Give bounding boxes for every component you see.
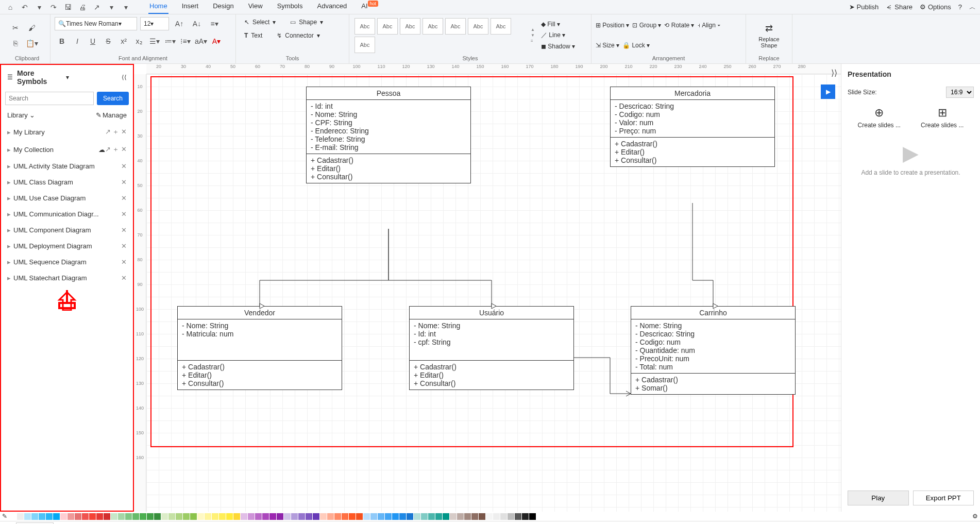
export-icon[interactable]: ↗	[91, 1, 103, 13]
color-palette[interactable]: ✎ ⚙	[0, 512, 980, 521]
color-swatch[interactable]	[320, 513, 327, 520]
font-size-combo[interactable]: 12 ▾	[140, 17, 169, 30]
sidebar-item[interactable]: ▸My Collection ☁↗ ＋ ✕	[1, 141, 133, 158]
sidebar-item[interactable]: ▸UML Statechart Diagram✕	[1, 270, 133, 286]
color-swatch[interactable]	[313, 513, 319, 520]
color-swatch[interactable]	[363, 513, 370, 520]
class-pessoa[interactable]: Pessoa - Id: int- Nome: String- CPF: Str…	[306, 87, 471, 183]
color-swatch[interactable]	[269, 513, 276, 520]
search-input[interactable]	[5, 92, 94, 105]
color-swatch[interactable]	[190, 513, 197, 520]
case-icon[interactable]: aA▾	[194, 34, 208, 48]
style-item[interactable]: Abc	[377, 18, 398, 35]
bullets-icon[interactable]: ≔▾	[163, 34, 177, 48]
color-swatch[interactable]	[479, 513, 485, 520]
group-menu[interactable]: ⊡ Group ▾	[632, 22, 661, 29]
options-button[interactable]: ⚙Options	[920, 3, 951, 11]
numbering-icon[interactable]: ⁝≡▾	[178, 34, 193, 48]
tab-advanced[interactable]: Advanced	[316, 0, 348, 14]
tab-home[interactable]: Home	[148, 0, 168, 14]
publish-button[interactable]: ➤Publish	[849, 3, 879, 11]
color-swatch[interactable]	[248, 513, 255, 520]
strike-icon[interactable]: S	[101, 34, 115, 48]
bold-icon[interactable]: B	[55, 34, 69, 48]
color-swatch[interactable]	[17, 513, 24, 520]
color-swatch[interactable]	[284, 513, 291, 520]
replace-shape-icon[interactable]: ⇄	[765, 23, 773, 34]
style-item[interactable]: Abc	[491, 18, 511, 35]
color-swatch[interactable]	[226, 513, 233, 520]
color-swatch[interactable]	[407, 513, 413, 520]
color-swatch[interactable]	[176, 513, 182, 520]
color-swatch[interactable]	[356, 513, 363, 520]
color-swatch[interactable]	[140, 513, 146, 520]
create-slides-1[interactable]: ⊕Create slides ...	[858, 106, 901, 129]
color-swatch[interactable]	[31, 513, 38, 520]
color-swatch[interactable]	[529, 513, 536, 520]
color-swatch[interactable]	[233, 513, 240, 520]
font-color-icon[interactable]: A▾	[209, 34, 224, 48]
color-swatch[interactable]	[428, 513, 435, 520]
color-swatch[interactable]	[67, 513, 74, 520]
sidebar-item[interactable]: ▸My Library↗ ＋ ✕	[1, 123, 133, 141]
position-menu[interactable]: ⊞ Position ▾	[596, 22, 629, 29]
color-swatch[interactable]	[435, 513, 442, 520]
italic-icon[interactable]: I	[70, 34, 85, 48]
sidebar-item[interactable]: ▸UML Class Diagram✕	[1, 174, 133, 190]
tab-ai[interactable]: AIhot	[360, 0, 379, 14]
subscript-icon[interactable]: x₂	[132, 34, 146, 48]
sidebar-item[interactable]: ▸UML Communication Diagr...✕	[1, 206, 133, 222]
sidebar-item[interactable]: ▸UML Sequence Diagram✕	[1, 254, 133, 270]
color-swatch[interactable]	[508, 513, 514, 520]
tab-view[interactable]: View	[247, 0, 264, 14]
style-gallery[interactable]: Abc Abc Abc Abc Abc Abc Abc Abc	[353, 17, 529, 54]
color-swatch[interactable]	[147, 513, 154, 520]
class-vendedor[interactable]: Vendedor - Nome: String- Matricula: num …	[177, 306, 342, 390]
home-icon[interactable]: ⌂	[4, 1, 16, 13]
library-dropdown[interactable]: Library ⌄	[7, 111, 35, 119]
undo-more[interactable]: ▾	[33, 1, 45, 13]
style-item[interactable]: Abc	[423, 18, 443, 35]
color-swatch[interactable]	[53, 513, 60, 520]
style-item[interactable]: Abc	[445, 18, 466, 35]
shrink-font-icon[interactable]: A↓	[190, 16, 204, 31]
size-menu[interactable]: ⇲ Size ▾	[596, 42, 619, 49]
create-slides-2[interactable]: ⊞Create slides ...	[921, 106, 964, 129]
color-swatch[interactable]	[334, 513, 341, 520]
color-swatch[interactable]	[370, 513, 377, 520]
color-swatch[interactable]	[168, 513, 175, 520]
color-swatch[interactable]	[471, 513, 478, 520]
color-swatch[interactable]	[132, 513, 139, 520]
eyedropper-icon[interactable]: ✎	[2, 513, 7, 520]
color-swatch[interactable]	[75, 513, 81, 520]
page-selector[interactable]: Page-1	[16, 522, 54, 525]
color-swatch[interactable]	[291, 513, 298, 520]
color-swatch[interactable]	[450, 513, 457, 520]
color-swatch[interactable]	[60, 513, 67, 520]
save-icon[interactable]: 🖫	[62, 1, 74, 13]
align-menu-icon[interactable]: ≡▾	[207, 16, 222, 31]
export-more[interactable]: ▾	[105, 1, 117, 13]
color-swatch[interactable]	[96, 513, 103, 520]
print-icon[interactable]: 🖨	[76, 1, 89, 13]
color-swatch[interactable]	[255, 513, 262, 520]
color-swatch[interactable]	[378, 513, 384, 520]
color-swatch[interactable]	[183, 513, 190, 520]
palette-settings-icon[interactable]: ⚙	[972, 513, 978, 520]
slide-ratio-select[interactable]: 16:9	[946, 87, 974, 98]
color-swatch[interactable]	[349, 513, 356, 520]
tab-insert[interactable]: Insert	[181, 0, 200, 14]
sidebar-dropdown-icon[interactable]: ▾	[66, 74, 69, 81]
color-swatch[interactable]	[399, 513, 406, 520]
sidebar-collapse-icon[interactable]: ⟨⟨	[122, 74, 127, 81]
sidebar-item[interactable]: ▸UML Activity State Diagram✕	[1, 158, 133, 174]
style-item[interactable]: Abc	[354, 37, 375, 53]
color-swatch[interactable]	[493, 513, 500, 520]
font-name-combo[interactable]: 🔍 Times New Roman ▾	[55, 17, 137, 30]
search-button[interactable]: Search	[97, 92, 129, 105]
color-swatch[interactable]	[464, 513, 471, 520]
text-tool[interactable]: T Text	[240, 30, 266, 41]
tab-symbols[interactable]: Symbols	[276, 0, 304, 14]
color-swatch[interactable]	[306, 513, 312, 520]
canvas[interactable]: Pessoa - Id: int- Nome: String- CPF: Str…	[146, 74, 841, 512]
